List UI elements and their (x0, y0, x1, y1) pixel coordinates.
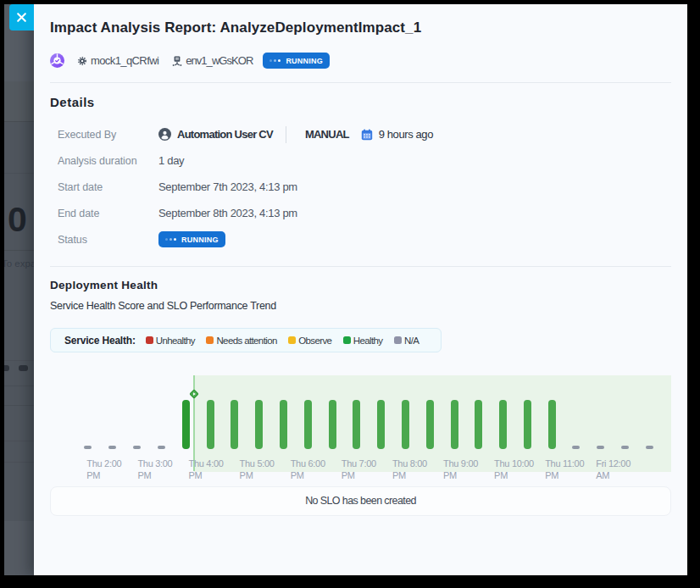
x-axis-tick-label: Fri 12:00AM (596, 458, 631, 481)
detail-label: Status (58, 234, 158, 246)
legend-swatch-icon (146, 336, 153, 344)
chart-na-dash (133, 446, 141, 450)
legend-swatch-icon (288, 336, 296, 344)
detail-row-end-date-value: September 8th 2023, 4:13 pm (158, 207, 297, 219)
legend-swatch-icon (206, 336, 214, 344)
gear-icon (77, 56, 87, 66)
legend-label: Observe (298, 336, 331, 346)
chart-na-dash (572, 446, 580, 450)
chart-healthy-bar (377, 400, 385, 449)
status-badge-label: RUNNING (286, 57, 323, 65)
dimmed-divider (4, 405, 38, 406)
legend-item-n-a: N/A (394, 336, 419, 346)
section-divider (50, 266, 671, 267)
screenshot-frame: 0 To expa Impact Analysis Report: Analyz… (0, 0, 700, 588)
chart-healthy-bar (475, 400, 482, 449)
x-axis-tick-label: Thu 3:00PM (137, 458, 172, 481)
impact-analysis-logo-icon (50, 53, 64, 68)
service-health-chart: Thu 2:00PMThu 3:00PMThu 4:00PMThu 5:00PM… (34, 375, 687, 485)
dimmed-divider (4, 360, 38, 361)
x-axis-tick-label: Thu 4:00PM (189, 458, 224, 481)
legend-label: Healthy (353, 336, 383, 346)
legend-swatch-icon (394, 336, 402, 344)
chart-healthy-bar (451, 400, 458, 449)
environment-icon (172, 56, 182, 66)
close-button[interactable] (9, 4, 34, 31)
deployment-health-subtitle: Service Health Score and SLO Performance… (50, 300, 276, 312)
dimmed-subheader-band (4, 81, 38, 121)
legend-title: Service Health: (64, 335, 136, 347)
chart-healthy-bar (426, 400, 434, 449)
executed-by-user: Automation User CV (177, 128, 273, 141)
legend-item-unhealthy: Unhealthy (146, 336, 195, 346)
chart-na-dash (597, 446, 604, 450)
page-title: Impact Analysis Report: AnalyzeDeploymen… (50, 19, 421, 36)
x-axis-tick-label: Thu 10:00PM (494, 458, 534, 481)
section-divider (50, 82, 671, 83)
legend-item-observe: Observe (288, 336, 331, 346)
background-metric-caption: To expa (4, 258, 36, 269)
chart-healthy-bar (304, 400, 312, 449)
trigger-type: MANUAL (305, 128, 349, 141)
detail-row-status: Status RUNNING (34, 226, 687, 252)
legend-item-healthy: Healthy (343, 336, 383, 346)
details-heading: Details (50, 95, 95, 109)
details-table: Executed By Automation User CV MANUAL (34, 121, 687, 252)
dimmed-divider (4, 386, 38, 386)
start-date-value: September 7th 2023, 4:13 pm (158, 180, 297, 193)
x-axis-tick-label: Thu 5:00PM (240, 458, 275, 481)
chart-healthy-bar (524, 400, 531, 449)
chart-healthy-bar (499, 400, 507, 449)
detail-row-executed-by: Executed By Automation User CV MANUAL (34, 121, 687, 147)
x-axis-tick-label: Thu 8:00PM (392, 458, 427, 481)
chart-healthy-bar (182, 400, 190, 449)
dimmed-button (4, 365, 9, 371)
report-meta-row: mock1_qCRfwi env1_wGsKOR (50, 47, 330, 75)
impact-analysis-report-drawer: Impact Analysis Report: AnalyzeDeploymen… (34, 4, 687, 575)
status-badge: RUNNING (263, 53, 330, 69)
app-viewport: 0 To expa Impact Analysis Report: Analyz… (4, 4, 687, 575)
detail-row-analysis-duration: Analysis duration 1 day (34, 147, 687, 174)
slo-empty-state: No SLO has been created (50, 486, 671, 516)
detail-label: Analysis duration (58, 155, 158, 167)
dimmed-divider (4, 250, 38, 251)
detail-row-start-date: Start date September 7th 2023, 4:13 pm (34, 174, 687, 200)
executed-by-value: Automation User CV MANUAL (158, 126, 433, 143)
chart-na-dash (158, 446, 165, 450)
chart-na-dash (621, 446, 629, 450)
chart-na-dash (646, 446, 653, 450)
legend-label: Unhealthy (156, 336, 195, 346)
chart-healthy-bar (329, 400, 336, 449)
environment-name: env1_wGsKOR (186, 54, 253, 67)
analysis-start-marker-icon (185, 385, 203, 403)
dimmed-divider (4, 441, 38, 441)
chart-healthy-bar (402, 400, 409, 449)
status-badge-label: RUNNING (181, 236, 219, 244)
running-dots-icon (165, 238, 178, 241)
detail-label: Start date (58, 181, 158, 193)
chart-healthy-bar (548, 400, 556, 449)
chart-healthy-bar (255, 400, 263, 449)
legend-label: N/A (404, 336, 419, 346)
chart-healthy-bar (280, 400, 287, 449)
mock-service-meta[interactable]: mock1_qCRfwi (77, 54, 158, 67)
chart-healthy-bar (231, 400, 238, 449)
environment-meta[interactable]: env1_wGsKOR (172, 54, 253, 67)
slo-empty-message: No SLO has been created (305, 495, 416, 507)
background-metric-value: 0 (8, 200, 26, 240)
chart-healthy-bar (207, 400, 214, 449)
status-badge: RUNNING (158, 231, 225, 247)
detail-label: End date (58, 208, 158, 219)
dimmed-divider (4, 121, 38, 122)
analysis-duration-value: 1 day (158, 154, 184, 167)
x-axis-tick-label: Thu 6:00PM (291, 458, 325, 481)
legend-label: Needs attention (216, 336, 276, 346)
service-health-legend: Service Health: UnhealthyNeeds attention… (50, 328, 442, 352)
x-axis-tick-label: Thu 7:00PM (342, 458, 376, 481)
value-separator (286, 126, 286, 143)
user-avatar-icon (158, 128, 171, 141)
x-axis-tick-label: Thu 2:00PM (86, 458, 121, 481)
chart-healthy-bar (353, 400, 360, 449)
x-axis-tick-label: Thu 9:00PM (443, 458, 478, 481)
status-value: RUNNING (158, 231, 225, 247)
